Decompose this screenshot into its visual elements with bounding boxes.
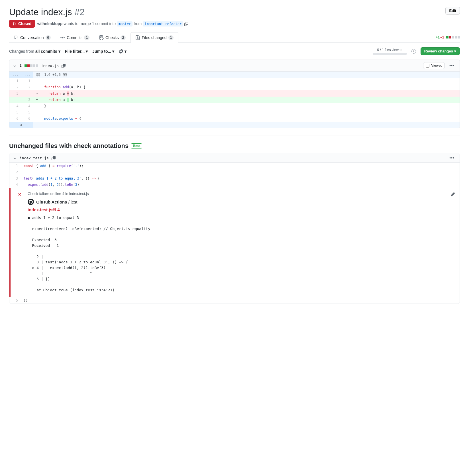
edit-button[interactable]: Edit	[445, 7, 460, 15]
code-line: }	[33, 103, 460, 109]
pr-tabs: Conversation 0 Commits 1 Checks 2 Files …	[9, 32, 460, 43]
pr-title: Update index.js #2	[9, 7, 85, 17]
line-number-new[interactable]: 4	[21, 103, 33, 109]
gear-icon	[119, 49, 123, 54]
tab-files-changed[interactable]: Files changed 1	[130, 32, 178, 43]
author-link[interactable]: wilhelmklopp	[37, 21, 63, 26]
info-icon[interactable]: i	[411, 49, 416, 54]
chevron-down-icon[interactable]	[13, 156, 17, 160]
annotation-source: GitHub Actions / jest	[28, 199, 455, 205]
code-line: })	[21, 297, 460, 304]
file-change-count: 2	[20, 64, 22, 68]
file-filter-select[interactable]: File filter... ▾	[65, 49, 88, 54]
pr-meta: Closed wilhelmklopp wants to merge 1 com…	[9, 20, 460, 28]
file-name[interactable]: index.js	[41, 64, 59, 68]
code-line	[33, 109, 460, 115]
state-label: Closed	[18, 21, 32, 26]
expand-icon[interactable]	[9, 122, 33, 128]
comment-discussion-icon	[14, 35, 19, 40]
copy-branch-icon[interactable]	[184, 21, 188, 26]
line-number-new[interactable]: 6	[21, 115, 33, 122]
beta-badge: Beta	[131, 143, 142, 149]
line-number-old[interactable]: 3	[9, 90, 21, 97]
line-number-new[interactable]: 5	[21, 109, 33, 115]
diff-toolbar: Changes from all commits ▾ File filter..…	[9, 47, 460, 55]
checks-count: 2	[121, 35, 126, 40]
line-number-new[interactable]: 2	[21, 84, 33, 90]
line-number-new[interactable]: 1	[21, 78, 33, 84]
line-number-old[interactable]: 2	[9, 84, 21, 90]
line-number[interactable]: 5	[9, 297, 21, 304]
diff-file-index-js: 2 index.js Viewed ••• ......@@ -1,6 +1,6…	[9, 60, 460, 128]
changes-from-select[interactable]: Changes from all commits ▾	[9, 49, 60, 54]
annotation-link[interactable]: index.test.js#L4	[28, 207, 455, 212]
copy-path-icon[interactable]	[52, 156, 56, 160]
line-number[interactable]: 1	[9, 163, 21, 169]
line-number-old[interactable]: 1	[9, 78, 21, 84]
viewed-progress: 0 / 1 files viewed	[373, 48, 407, 55]
base-branch[interactable]: master	[117, 21, 132, 27]
tab-checks[interactable]: Checks 2	[94, 32, 130, 43]
line-number-old[interactable]: 5	[9, 109, 21, 115]
diff-file-index-test-js: index.test.js ••• 1const { add } = requi…	[9, 153, 460, 304]
code-line: function add(a, b) {	[33, 84, 460, 90]
code-line: module.exports = {	[33, 115, 460, 122]
file-header: 2 index.js Viewed •••	[9, 60, 460, 72]
code-line: expect(add(1, 2)).toBe(3)	[21, 182, 460, 188]
commits-count: 1	[84, 35, 89, 40]
code-line: const { add } = require('.');	[21, 163, 460, 169]
tab-conversation[interactable]: Conversation 0	[9, 32, 56, 43]
line-number[interactable]: 4	[9, 182, 21, 188]
line-number[interactable]: 3	[9, 175, 21, 182]
head-branch[interactable]: important-refactor	[143, 21, 183, 27]
line-number-old[interactable]: 6	[9, 115, 21, 122]
code-line	[33, 78, 460, 84]
code-line: test('adds 1 + 2 to equal 3', () => {	[21, 175, 460, 182]
jump-to-select[interactable]: Jump to... ▾	[92, 49, 114, 54]
line-number-new[interactable]	[21, 90, 33, 97]
copy-path-icon[interactable]	[62, 63, 66, 68]
review-changes-button[interactable]: Review changes ▾	[421, 47, 460, 55]
file-name[interactable]: index.test.js	[20, 156, 49, 160]
diffstat: +1 −1	[436, 35, 460, 39]
git-commit-icon	[60, 35, 65, 40]
file-diff-icon	[135, 35, 140, 40]
code-line: - return a + b;	[33, 90, 460, 97]
github-logo-icon	[28, 199, 34, 205]
viewed-checkbox[interactable]: Viewed	[423, 62, 445, 69]
conversation-count: 0	[46, 35, 51, 40]
progress-bar	[373, 53, 407, 55]
annotation-title: Check failure on line 4 in index.test.js	[28, 192, 455, 196]
annotation-body: ● adds 1 + 2 to equal 3 expect(received)…	[28, 215, 455, 293]
tab-commits[interactable]: Commits 1	[56, 32, 94, 43]
merge-description: wilhelmklopp wants to merge 1 commit int…	[37, 21, 188, 26]
line-number[interactable]: 2	[9, 169, 21, 175]
chevron-down-icon[interactable]	[13, 63, 17, 68]
diff-settings-button[interactable]: ▾	[119, 49, 127, 54]
code-line	[21, 169, 460, 175]
source-table: 1const { add } = require('.');23test('ad…	[9, 163, 460, 188]
hunk-header: @@ -1,6 +1,6 @@	[33, 72, 460, 78]
files-count: 1	[168, 35, 174, 40]
file-header: index.test.js •••	[9, 153, 460, 163]
annotations-section-title: Unchanged files with check annotations B…	[9, 142, 460, 150]
annotation-edit-icon[interactable]	[450, 192, 455, 196]
pr-title-text: Update index.js	[9, 7, 72, 17]
x-icon: ✕	[18, 192, 21, 197]
diff-table: ......@@ -1,6 +1,6 @@ 11 22 function add…	[9, 72, 460, 128]
file-menu-button[interactable]: •••	[448, 156, 456, 160]
line-number-old[interactable]: 4	[9, 103, 21, 109]
code-line: + return a - b;	[33, 97, 460, 103]
pr-number: #2	[74, 7, 85, 17]
state-badge: Closed	[9, 20, 35, 28]
line-number-old[interactable]	[9, 97, 21, 103]
git-pull-request-icon	[13, 22, 17, 26]
checklist-icon	[99, 35, 104, 40]
divider	[9, 135, 460, 135]
check-annotation: ✕ Check failure on line 4 in index.test.…	[9, 188, 460, 297]
file-menu-button[interactable]: •••	[448, 63, 456, 68]
line-number-new[interactable]: 3	[21, 97, 33, 103]
